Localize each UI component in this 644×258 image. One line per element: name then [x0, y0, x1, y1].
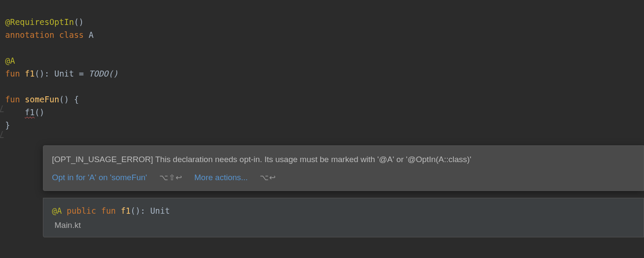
error-call[interactable]: f1: [25, 108, 35, 117]
shortcut-hint: ⌥⇧↩: [159, 172, 182, 184]
quickfix-opt-in[interactable]: Opt in for 'A' on 'someFun': [52, 172, 147, 184]
doc-source-file[interactable]: Main.kt: [55, 219, 635, 232]
code-line-1: @RequiresOptIn(): [5, 17, 84, 27]
annotation: @RequiresOptIn: [5, 17, 74, 27]
doc-signature: @A public fun f1(): Unit: [52, 204, 635, 217]
code-line-2: annotation class A: [5, 30, 94, 40]
documentation-popup: @A public fun f1(): Unit Main.kt: [43, 198, 644, 237]
code-line-8: f1(): [5, 108, 45, 117]
inspection-tooltip: [OPT_IN_USAGE_ERROR] This declaration ne…: [43, 145, 644, 191]
code-line-6: [5, 82, 10, 91]
annotation: @A: [5, 56, 15, 65]
tooltip-actions: Opt in for 'A' on 'someFun' ⌥⇧↩ More act…: [52, 172, 635, 184]
shortcut-hint: ⌥↩: [260, 172, 276, 184]
code-line-4: @A: [5, 56, 15, 65]
code-line-5: fun f1(): Unit = TODO(): [5, 69, 118, 78]
code-line-9: }: [5, 120, 10, 130]
code-line-3: [5, 43, 10, 52]
more-actions-link[interactable]: More actions...: [194, 172, 248, 184]
code-editor[interactable]: @RequiresOptIn() annotation class A @A f…: [0, 0, 644, 132]
code-line-7: fun someFun() {: [5, 95, 79, 104]
tooltip-message: [OPT_IN_USAGE_ERROR] This declaration ne…: [52, 154, 635, 166]
